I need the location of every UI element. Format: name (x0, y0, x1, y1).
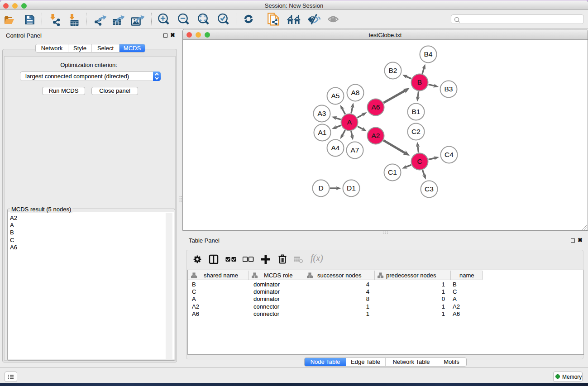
svg-text:B2: B2 (389, 67, 397, 74)
svg-text:D1: D1 (347, 184, 356, 192)
svg-text:C2: C2 (411, 128, 421, 135)
svg-text:A1: A1 (318, 129, 327, 136)
svg-text:B3: B3 (445, 85, 453, 93)
svg-text:A4: A4 (331, 144, 340, 152)
svg-text:A8: A8 (351, 89, 360, 96)
svg-text:f(x): f(x) (311, 253, 323, 263)
svg-text:C4: C4 (445, 151, 454, 158)
svg-text:B1: B1 (412, 108, 421, 115)
svg-text:A2: A2 (372, 132, 380, 139)
svg-text:B: B (417, 78, 422, 86)
svg-text:C: C (417, 157, 422, 165)
svg-text:A3: A3 (318, 110, 326, 117)
svg-text:B4: B4 (424, 50, 433, 58)
svg-text:A: A (347, 118, 352, 126)
svg-text:C3: C3 (425, 185, 434, 193)
svg-text:A6: A6 (372, 103, 380, 111)
svg-text:A5: A5 (331, 92, 340, 100)
svg-text:A7: A7 (351, 146, 359, 154)
svg-text:D: D (318, 184, 323, 192)
svg-text:C1: C1 (388, 168, 397, 176)
